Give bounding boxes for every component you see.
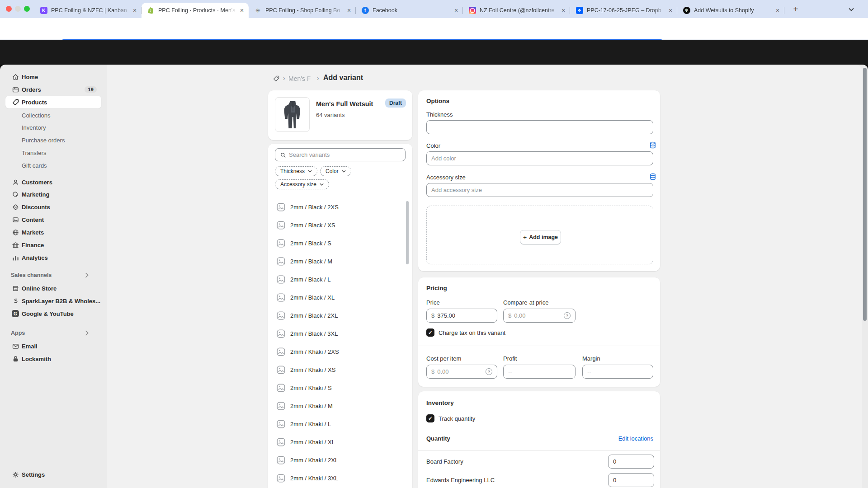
sidebar-item-home[interactable]: Home <box>5 70 101 83</box>
image-placeholder-icon <box>277 366 285 374</box>
sidebar-item-settings[interactable]: Settings <box>5 468 101 481</box>
thickness-field[interactable] <box>426 120 653 134</box>
breadcrumb-parent[interactable]: Men's F <box>288 75 315 82</box>
browser-tab-instagram[interactable]: NZ Foil Centre (@nzfoilcentre × <box>463 3 570 18</box>
tab-close-icon[interactable]: × <box>131 7 139 14</box>
sidebar-item-collections[interactable]: Collections <box>5 109 118 122</box>
sidebar-item-marketing[interactable]: Marketing <box>5 188 101 201</box>
color-input[interactable] <box>431 155 648 162</box>
edit-locations-link[interactable]: Edit locations <box>588 435 653 442</box>
variant-row[interactable]: 2mm / Khaki / S <box>274 381 409 394</box>
variant-row[interactable]: 2mm / Black / XS <box>274 218 409 232</box>
tab-close-icon[interactable]: × <box>666 7 675 14</box>
window-minimize-button[interactable] <box>15 6 21 12</box>
sidebar-item-purchase-orders[interactable]: Purchase orders <box>5 134 118 146</box>
variant-list-scrollbar[interactable] <box>406 201 409 264</box>
window-close-button[interactable] <box>6 6 12 12</box>
tab-close-icon[interactable]: × <box>238 7 246 14</box>
variant-search-field[interactable] <box>275 148 406 161</box>
sidebar-item-gift-cards[interactable]: Gift cards <box>5 159 118 172</box>
browser-tab-shop-foiling[interactable]: ✳ PPC Foiling - Shop Foiling Bo × <box>249 3 356 18</box>
accessory-size-input[interactable] <box>431 187 648 193</box>
location-quantity-field[interactable] <box>608 473 654 487</box>
variant-row[interactable]: 2mm / Black / 3XL <box>274 327 409 340</box>
sidebar-item-content[interactable]: Content <box>5 213 101 226</box>
compare-at-price-field[interactable]: $ ? <box>503 309 576 323</box>
sidebar-item-sparklayer[interactable]: SparkLayer B2B & Wholes... <box>5 295 101 307</box>
track-quantity-checkbox[interactable]: ✓ <box>426 414 434 422</box>
sidebar-item-analytics[interactable]: Analytics <box>5 251 101 264</box>
browser-tab-chatgpt[interactable]: ✻ Add Wetsuits to Shopify × <box>677 3 784 18</box>
browser-tab-shopify-products[interactable]: PPC Foiling · Products · Men's × <box>142 3 249 18</box>
compare-at-price-input[interactable] <box>514 312 561 319</box>
filter-chip-accessory-size[interactable]: Accessory size <box>275 179 329 189</box>
variant-row[interactable]: 2mm / Black / 2XL <box>274 309 409 322</box>
color-label: Color <box>426 142 440 149</box>
tab-close-icon[interactable]: × <box>774 7 782 14</box>
sidebar-item-markets[interactable]: Markets <box>5 226 101 239</box>
tab-close-icon[interactable]: × <box>345 7 353 14</box>
cost-per-item-field[interactable]: $ ? <box>426 365 497 379</box>
variant-row[interactable]: 2mm / Black / M <box>274 254 409 268</box>
edwards-engineering-quantity-input[interactable] <box>613 477 649 483</box>
page-scrollbar[interactable] <box>863 68 867 321</box>
help-icon[interactable]: ? <box>564 312 571 319</box>
apps-header[interactable]: Apps <box>11 328 97 338</box>
tab-close-icon[interactable]: × <box>452 7 460 14</box>
tab-close-icon[interactable]: × <box>559 7 567 14</box>
sidebar-item-discounts[interactable]: Discounts <box>5 201 101 213</box>
variant-row[interactable]: 2mm / Khaki / M <box>274 399 409 413</box>
variant-row[interactable]: 2mm / Khaki / L <box>274 417 409 431</box>
sidebar-item-google-youtube[interactable]: G Google & YouTube <box>5 307 101 320</box>
add-image-button[interactable]: + Add image <box>520 230 561 244</box>
wetsuit-image <box>283 100 302 130</box>
sidebar-item-email[interactable]: Email <box>5 340 101 352</box>
metafield-connection-icon[interactable] <box>649 173 656 182</box>
variant-row[interactable]: 2mm / Black / XL <box>274 291 409 304</box>
thickness-input[interactable] <box>431 124 648 131</box>
help-icon[interactable]: ? <box>486 368 492 375</box>
sidebar-item-transfers[interactable]: Transfers <box>5 146 118 159</box>
location-quantity-field[interactable] <box>608 455 654 469</box>
variant-row[interactable]: 2mm / Khaki / 3XL <box>274 471 409 485</box>
online-store-icon <box>11 284 20 293</box>
sidebar-item-orders[interactable]: Orders 19 <box>5 83 101 96</box>
variant-row[interactable]: 2mm / Black / L <box>274 272 409 286</box>
variant-row[interactable]: 2mm / Black / 2XS <box>274 200 409 214</box>
charge-tax-checkbox[interactable]: ✓ <box>426 328 434 337</box>
price-input[interactable] <box>437 312 492 319</box>
browser-tab-facebook[interactable]: f Facebook × <box>356 3 463 18</box>
cost-per-item-input[interactable] <box>437 368 483 375</box>
profit-field[interactable]: -- <box>503 365 576 379</box>
window-zoom-button[interactable] <box>24 6 30 12</box>
filter-chip-thickness[interactable]: Thickness <box>275 166 317 176</box>
margin-field[interactable]: -- <box>582 365 653 379</box>
chevron-down-icon <box>320 183 324 186</box>
sidebar-item-products[interactable]: Products <box>5 96 101 108</box>
filter-chip-color[interactable]: Color <box>320 166 351 176</box>
variant-row[interactable]: 2mm / Khaki / XS <box>274 363 409 376</box>
check-icon: ✓ <box>428 415 433 422</box>
sidebar-item-customers[interactable]: Customers <box>5 176 101 188</box>
color-field[interactable] <box>426 151 653 165</box>
browser-tab-kanban[interactable]: K PPC Foiling & NZFC | Kanban × <box>34 3 142 18</box>
sidebar-item-inventory[interactable]: Inventory <box>5 121 118 134</box>
browser-tab-dropbox[interactable]: ❖ PPC-17-06-25-JPEG – Dropb × <box>570 3 677 18</box>
accessory-size-field[interactable] <box>426 183 653 197</box>
track-quantity-label: Track quantity <box>439 415 475 422</box>
product-thumbnail[interactable] <box>275 97 310 132</box>
price-field[interactable]: $ <box>426 309 497 323</box>
variant-row[interactable]: 2mm / Khaki / XL <box>274 435 409 449</box>
variant-row[interactable]: 2mm / Black / S <box>274 236 409 250</box>
variant-search-input[interactable] <box>289 151 401 158</box>
metafield-connection-icon[interactable] <box>649 141 656 150</box>
variant-row[interactable]: 2mm / Khaki / 2XL <box>274 453 409 467</box>
sidebar-item-locksmith[interactable]: Locksmith <box>5 352 101 365</box>
sales-channels-header[interactable]: Sales channels <box>11 270 97 281</box>
new-tab-button[interactable]: + <box>790 4 801 14</box>
sidebar-item-online-store[interactable]: Online Store <box>5 282 101 295</box>
variant-row[interactable]: 2mm / Khaki / 2XS <box>274 345 409 358</box>
board-factory-quantity-input[interactable] <box>613 458 649 465</box>
tab-search-chevron-icon[interactable] <box>846 5 856 14</box>
sidebar-item-finance[interactable]: Finance <box>5 239 101 251</box>
